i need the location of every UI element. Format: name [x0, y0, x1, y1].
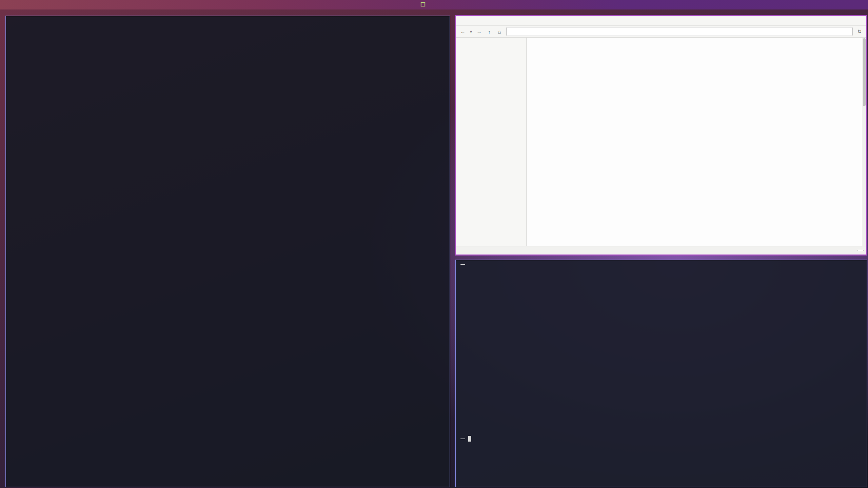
prompt-line-2 — [460, 436, 471, 442]
terminal-window-neofetch[interactable] — [455, 260, 867, 487]
reload-button[interactable]: ↻ — [855, 27, 864, 36]
toolbar: ← ∨ → ↑ ⌂ ↻ — [456, 26, 866, 38]
terminal-window-updatepkg[interactable] — [5, 16, 450, 487]
path-input[interactable] — [506, 27, 853, 36]
up-button[interactable]: ↑ — [485, 27, 494, 36]
top-bar — [0, 0, 868, 9]
forward-button[interactable]: → — [474, 27, 484, 36]
cursor-block — [468, 436, 471, 442]
prompt-cwd-chip — [460, 439, 465, 439]
sidebar — [456, 38, 527, 246]
file-grid-area — [527, 38, 866, 246]
history-dropdown[interactable]: ∨ — [468, 27, 474, 36]
back-button[interactable]: ← — [458, 27, 468, 36]
scrollbar-thumb[interactable] — [863, 38, 866, 106]
scrollbar[interactable] — [862, 38, 866, 246]
prompt-line-1 — [460, 264, 468, 265]
window-chip-icon — [420, 2, 426, 8]
free-space — [857, 250, 864, 251]
focused-window-title — [420, 0, 428, 9]
statusbar — [456, 246, 866, 255]
menubar — [456, 16, 866, 26]
prompt-cwd-chip — [460, 264, 465, 265]
home-button[interactable]: ⌂ — [495, 27, 504, 36]
pcmanfm-window[interactable]: ← ∨ → ↑ ⌂ ↻ — [455, 15, 867, 256]
